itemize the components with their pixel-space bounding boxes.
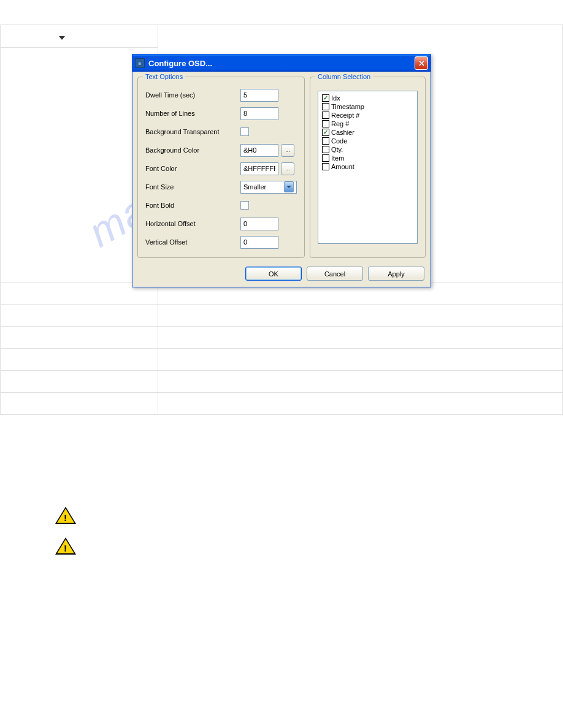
app-icon: ■	[135, 58, 145, 68]
bg-color-picker-button[interactable]: ...	[281, 144, 294, 157]
v-offset-input[interactable]	[240, 236, 278, 249]
code-checkbox[interactable]	[322, 137, 329, 145]
chevron-down-icon	[284, 181, 294, 192]
dropdown-marker-icon	[59, 36, 65, 40]
warning-icon: !	[55, 507, 76, 524]
timestamp-checkbox[interactable]	[322, 103, 329, 110]
column-label: Reg #	[331, 120, 349, 127]
column-label: Idx	[331, 94, 340, 102]
font-size-select[interactable]: Smaller	[240, 181, 297, 194]
column-label: Cashier	[331, 129, 354, 136]
configure-osd-dialog: ■ Configure OSD... ✕ Text Options Dwell …	[132, 54, 431, 287]
close-button[interactable]: ✕	[415, 56, 428, 70]
dwell-time-input[interactable]	[240, 89, 278, 102]
column-list[interactable]: Idx Timestamp Receipt # Reg # Cashier	[318, 91, 418, 244]
reg-checkbox[interactable]	[322, 120, 329, 127]
ok-button[interactable]: OK	[245, 267, 302, 281]
list-item[interactable]: Reg #	[321, 119, 415, 128]
font-size-label: Font Size	[145, 183, 240, 191]
dialog-body: Text Options Dwell Time (sec) Number of …	[132, 72, 431, 263]
cashier-checkbox[interactable]	[322, 129, 329, 136]
text-options-group: Text Options Dwell Time (sec) Number of …	[137, 77, 305, 258]
bg-transparent-label: Background Transparent	[145, 128, 240, 135]
cancel-button[interactable]: Cancel	[307, 267, 363, 281]
h-offset-input[interactable]	[240, 218, 278, 230]
dialog-title: Configure OSD...	[148, 59, 415, 68]
column-label: Amount	[331, 163, 354, 170]
list-item[interactable]: Qty.	[321, 145, 415, 154]
dialog-footer: OK Cancel Apply	[132, 263, 431, 287]
h-offset-label: Horizontal Offset	[145, 220, 240, 227]
idx-checkbox[interactable]	[322, 94, 329, 102]
list-item[interactable]: Receipt #	[321, 111, 415, 119]
font-color-label: Font Color	[145, 165, 240, 172]
font-color-input[interactable]	[240, 162, 278, 175]
item-checkbox[interactable]	[322, 154, 329, 162]
font-bold-checkbox[interactable]	[240, 201, 249, 210]
v-offset-label: Vertical Offset	[145, 238, 240, 246]
column-label: Receipt #	[331, 112, 359, 119]
column-label: Qty.	[331, 146, 343, 153]
close-icon: ✕	[418, 59, 425, 68]
font-color-picker-button[interactable]: ...	[281, 162, 294, 175]
font-bold-label: Font Bold	[145, 202, 240, 209]
list-item[interactable]: Code	[321, 137, 415, 145]
bg-color-label: Background Color	[145, 146, 240, 154]
list-item[interactable]: Cashier	[321, 128, 415, 137]
bg-transparent-checkbox[interactable]	[240, 127, 249, 136]
warning-icon: !	[55, 537, 76, 555]
list-item[interactable]: Item	[321, 154, 415, 162]
column-label: Code	[331, 137, 347, 145]
amount-checkbox[interactable]	[322, 163, 329, 170]
qty-checkbox[interactable]	[322, 146, 329, 153]
list-item[interactable]: Idx	[321, 94, 415, 102]
column-selection-legend: Column Selection	[315, 73, 373, 80]
list-item[interactable]: Amount	[321, 162, 415, 171]
font-size-value: Smaller	[243, 183, 266, 191]
bg-color-input[interactable]	[240, 144, 278, 157]
text-options-legend: Text Options	[143, 73, 185, 80]
column-selection-group: Column Selection Idx Timestamp Receipt #…	[310, 77, 426, 258]
number-of-lines-label: Number of Lines	[145, 110, 240, 117]
column-label: Item	[331, 154, 344, 162]
receipt-checkbox[interactable]	[322, 112, 329, 119]
dialog-titlebar[interactable]: ■ Configure OSD... ✕	[132, 55, 431, 72]
column-label: Timestamp	[331, 103, 364, 110]
dwell-time-label: Dwell Time (sec)	[145, 91, 240, 99]
number-of-lines-input[interactable]	[240, 107, 278, 120]
list-item[interactable]: Timestamp	[321, 102, 415, 111]
apply-button[interactable]: Apply	[368, 267, 424, 281]
